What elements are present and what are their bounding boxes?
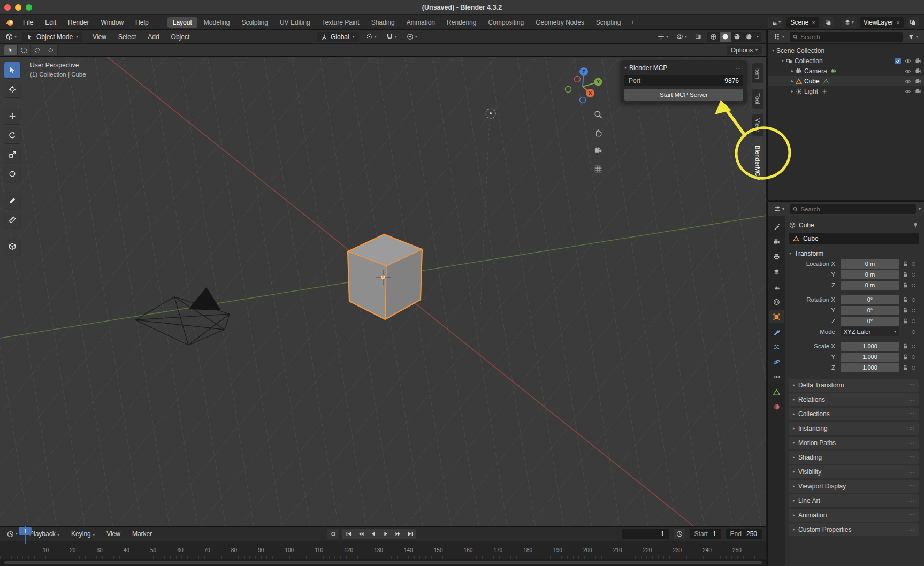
exclude-checkbox[interactable] <box>895 58 901 64</box>
tab-particles[interactable] <box>769 340 784 353</box>
lock-icon[interactable] <box>902 354 908 360</box>
hide-eye-icon[interactable] <box>905 68 911 74</box>
properties-editor-selector[interactable]: ▾ <box>771 204 787 213</box>
pivot-point-dropdown[interactable]: ▾ <box>363 32 379 41</box>
mode-dropdown[interactable]: Object Mode ▾ <box>22 32 82 42</box>
outliner-filter-button[interactable]: ▾ <box>905 33 921 41</box>
properties-section[interactable]: ▸ Animation ∷∷ <box>789 509 919 522</box>
workspace-tab[interactable]: Layout <box>167 17 197 28</box>
tab-physics[interactable] <box>769 355 784 368</box>
playhead[interactable]: 1 <box>25 526 26 544</box>
view-menu[interactable]: View <box>102 529 125 539</box>
gizmo-y-negative[interactable] <box>566 87 571 93</box>
select-box-tool[interactable] <box>4 62 20 78</box>
scale-tool[interactable] <box>4 147 20 163</box>
workspace-tab[interactable]: Compositing <box>483 17 529 28</box>
lock-icon[interactable] <box>902 318 908 324</box>
workspace-tab[interactable]: Texture Paint <box>317 17 365 28</box>
sidebar-tab[interactable]: Tool <box>752 89 763 109</box>
jump-to-start-button[interactable] <box>342 529 355 539</box>
viewport-menu-item[interactable]: Object <box>166 32 195 42</box>
tab-render[interactable] <box>769 235 784 248</box>
outliner-row-scene-collection[interactable]: ▾ Scene Collection <box>768 45 924 56</box>
animate-dot[interactable] <box>912 273 915 277</box>
browse-scene-button[interactable]: ▾ <box>768 17 783 28</box>
viewport-menu-item[interactable]: Add <box>143 32 164 42</box>
transform-tool[interactable] <box>4 166 20 182</box>
lock-icon[interactable] <box>902 364 908 371</box>
value-field[interactable]: 0 m <box>841 270 899 279</box>
properties-section[interactable]: ▸ Relations ∷∷ <box>789 393 919 406</box>
properties-section[interactable]: ▸ Motion Paths ∷∷ <box>789 437 919 449</box>
value-field[interactable]: 0° <box>841 317 899 326</box>
timeline-scrollbar[interactable] <box>4 561 762 564</box>
expand-icon[interactable]: ▸ <box>791 79 793 83</box>
outliner-search-input[interactable] <box>800 34 899 40</box>
workspace-tab[interactable]: Shading <box>366 17 400 28</box>
object-name-field[interactable]: Cube <box>789 233 919 244</box>
scene-selector[interactable]: Scene × <box>786 17 819 28</box>
expand-icon[interactable]: ▾ <box>782 59 784 63</box>
remove-viewlayer-icon[interactable]: × <box>897 19 900 26</box>
select-lasso-button[interactable] <box>44 45 58 55</box>
hide-eye-icon[interactable] <box>905 78 911 85</box>
animate-dot[interactable] <box>912 309 915 312</box>
start-mcp-server-button[interactable]: Start MCP Server <box>624 89 743 101</box>
add-cube-tool[interactable] <box>4 239 20 255</box>
outliner-row-light[interactable]: ▸ Light <box>768 86 924 96</box>
lock-icon[interactable] <box>902 343 908 349</box>
tab-object-data[interactable] <box>769 385 784 398</box>
outliner-row-camera[interactable]: ▸ Camera <box>768 66 924 76</box>
workspace-tab[interactable]: Geometry Nodes <box>530 17 590 28</box>
lock-icon[interactable] <box>902 307 908 313</box>
animate-dot[interactable] <box>912 330 915 334</box>
sidebar-tab[interactable]: BlenderMCP <box>752 141 763 185</box>
value-field[interactable]: 1.000 <box>841 353 899 362</box>
viewport-menu-item[interactable]: View <box>88 32 111 42</box>
transform-section-header[interactable]: ▾ Transform <box>789 248 919 259</box>
pan-control[interactable] <box>592 126 605 139</box>
select-circle-button[interactable] <box>31 45 44 55</box>
properties-section[interactable]: ▸ Shading ∷∷ <box>789 451 919 464</box>
animate-dot[interactable] <box>912 262 915 266</box>
material-preview-button[interactable] <box>731 32 743 42</box>
properties-section[interactable]: ▸ Viewport Display ∷∷ <box>789 480 919 493</box>
outliner-editor-selector[interactable]: ▾ <box>771 32 787 41</box>
value-field[interactable]: 0 m <box>841 281 899 290</box>
animate-dot[interactable] <box>912 284 915 287</box>
properties-section[interactable]: ▸ Instancing ∷∷ <box>789 422 919 435</box>
cube-object[interactable] <box>348 234 422 319</box>
tab-view-layer[interactable] <box>769 265 784 278</box>
browse-viewlayer-button[interactable]: ▾ <box>842 17 857 28</box>
keying-menu[interactable]: Keying ▾ <box>66 529 100 539</box>
play-reverse-button[interactable] <box>367 529 379 539</box>
tab-constraints[interactable] <box>769 370 784 383</box>
transform-orientation-dropdown[interactable]: Global ▾ <box>317 32 359 42</box>
tab-world[interactable] <box>769 295 784 308</box>
tab-scene[interactable] <box>769 280 784 293</box>
viewport-menu-item[interactable]: Select <box>113 32 141 42</box>
camera-view-control[interactable] <box>592 144 605 157</box>
port-field[interactable]: Port 9876 <box>624 75 743 86</box>
solid-shading-button[interactable] <box>720 32 731 42</box>
lock-icon[interactable] <box>902 296 908 303</box>
lock-icon[interactable] <box>902 271 908 278</box>
workspace-tab[interactable]: Sculpting <box>236 17 273 28</box>
editor-type-selector[interactable]: ▾ <box>3 32 19 41</box>
proportional-editing-toggle[interactable]: ▾ <box>404 32 420 41</box>
properties-section[interactable]: ▸ Visibility ∷∷ <box>789 465 919 478</box>
viewport-3d[interactable]: User Perspective (1) Collection | Cube Z… <box>0 57 766 526</box>
new-viewlayer-button[interactable] <box>907 17 919 28</box>
menubar-item[interactable]: Edit <box>40 17 61 28</box>
use-preview-range-button[interactable] <box>674 529 685 539</box>
light-object[interactable] <box>486 109 495 118</box>
animate-dot[interactable] <box>912 298 915 302</box>
collapse-panel-icon[interactable]: ▾ <box>624 66 627 70</box>
tab-tool[interactable] <box>769 220 784 233</box>
timeline-editor-selector[interactable]: ▾ <box>4 530 20 539</box>
tab-object[interactable] <box>769 310 784 323</box>
marker-menu[interactable]: Marker <box>127 529 157 539</box>
previous-keyframe-button[interactable] <box>355 529 367 539</box>
sidebar-tab[interactable]: Item <box>752 63 763 83</box>
frame-ruler[interactable]: 1020304050607080901001101201301401501601… <box>0 541 766 559</box>
